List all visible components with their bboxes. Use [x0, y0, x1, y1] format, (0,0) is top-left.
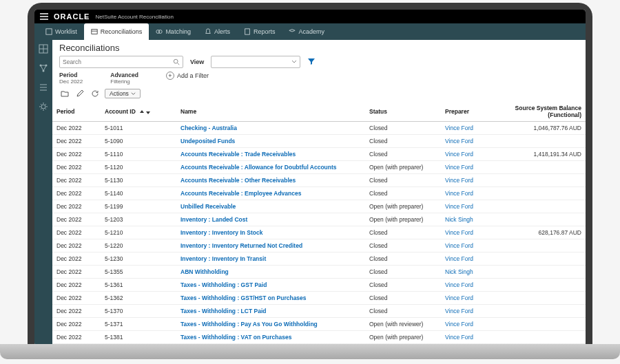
cell-balance [496, 331, 586, 344]
laptop-frame: ORACLE NetSuite Account Reconciliation W… [28, 3, 592, 345]
cell-preparer-link[interactable]: Vince Ford [441, 200, 496, 213]
cell-name-link[interactable]: Accounts Receivable : Allowance for Doub… [176, 161, 365, 174]
reconciliations-table: Period Account ID Name Status [52, 102, 586, 345]
col-balance[interactable]: Source System Balance (Functional) [496, 102, 586, 122]
cell-period: Dec 2022 [52, 174, 101, 187]
cell-preparer-link[interactable]: Vince Ford [441, 148, 496, 161]
table-row[interactable]: Dec 20225-1130Accounts Receivable : Othe… [52, 174, 586, 187]
cell-name-link[interactable]: Taxes - Withholding : Pay As You Go With… [176, 318, 365, 331]
cell-preparer-link[interactable]: Vince Ford [441, 239, 496, 253]
cell-preparer-link[interactable]: Vince Ford [441, 344, 496, 346]
cell-preparer-link[interactable]: Vince Ford [441, 292, 496, 305]
cell-account: 5-1090 [101, 135, 176, 148]
table-row[interactable]: Dec 20225-1199Unbilled ReceivableOpen (w… [52, 200, 586, 213]
col-status[interactable]: Status [365, 102, 441, 122]
cell-name-link[interactable]: Inventory : Inventory In Stock [176, 226, 365, 239]
cell-account: 5-1203 [101, 213, 176, 226]
cell-account: 5-1210 [101, 226, 176, 239]
rail-grid-icon[interactable] [39, 44, 48, 54]
col-account-id[interactable]: Account ID [101, 102, 176, 122]
cell-name-link[interactable]: Accounts Receivable : Other Receivables [176, 174, 365, 187]
table-row[interactable]: Dec 20225-1220Inventory : Inventory Retu… [52, 239, 586, 253]
cell-name-link[interactable]: Inventory : Inventory Returned Not Credi… [176, 239, 365, 253]
cell-name-link[interactable]: Taxes - Withholding : GST Paid [176, 279, 365, 292]
cell-preparer-link[interactable]: Vince Ford [441, 318, 496, 331]
cell-status: Closed [365, 292, 441, 305]
cell-account: 5-1199 [101, 200, 176, 213]
cell-preparer-link[interactable]: Vince Ford [441, 253, 496, 266]
add-filter-button[interactable]: + Add a Filter [166, 72, 209, 80]
nav-reconciliations[interactable]: Reconciliations [84, 23, 149, 40]
table-row[interactable]: Dec 20225-1203Inventory : Landed CostOpe… [52, 213, 586, 226]
nav-alerts[interactable]: Alerts [198, 23, 237, 40]
cell-balance [496, 200, 586, 213]
rail-list-icon[interactable] [39, 83, 48, 92]
col-period[interactable]: Period [52, 102, 101, 122]
table-row[interactable]: Dec 20225-1120Accounts Receivable : Allo… [52, 161, 586, 174]
cell-name-link[interactable]: Undeposited Funds [176, 135, 365, 148]
cell-preparer-link[interactable]: Vince Ford [441, 122, 496, 135]
cell-name-link[interactable]: Checking - Australia [176, 122, 365, 135]
cell-preparer-link[interactable]: Vince Ford [441, 279, 496, 292]
cell-status: Open (with preparer) [365, 161, 441, 174]
toolbar-refresh-icon[interactable] [90, 88, 101, 99]
cell-preparer-link[interactable]: Nick Singh [441, 266, 496, 279]
table-row[interactable]: Dec 20225-1355ABN WithholdingClosedNick … [52, 266, 586, 279]
table-wrap[interactable]: Period Account ID Name Status [52, 102, 586, 345]
cell-status: Closed [365, 266, 441, 279]
nav-reports[interactable]: Reports [237, 23, 282, 40]
nav-worklist[interactable]: Worklist [39, 23, 84, 40]
cell-name-link[interactable]: Inventory : Landed Cost [176, 213, 365, 226]
filter-icon[interactable] [307, 57, 316, 67]
cell-account: 5-1370 [101, 305, 176, 318]
table-row[interactable]: Dec 20225-1371Taxes - Withholding : Pay … [52, 318, 586, 331]
table-row[interactable]: Dec 20225-1140Accounts Receivable : Empl… [52, 187, 586, 200]
rail-gear-icon[interactable] [39, 102, 48, 111]
table-row[interactable]: Dec 20225-1362Taxes - Withholding : GST/… [52, 292, 586, 305]
actions-dropdown[interactable]: Actions [105, 89, 141, 98]
table-row[interactable]: Dec 20225-1370Taxes - Withholding : LCT … [52, 305, 586, 318]
cell-preparer-link[interactable]: Vince Ford [441, 187, 496, 200]
cell-name-link[interactable]: Taxes - Withholding : LCT Paid [176, 305, 365, 318]
cell-preparer-link[interactable]: Vince Ford [441, 174, 496, 187]
cell-status: Closed [365, 279, 441, 292]
cell-name-link[interactable]: Taxes - Withholding : WET Paid [176, 344, 365, 346]
view-select[interactable] [211, 56, 300, 68]
cell-name-link[interactable]: Taxes - Withholding : GST/HST on Purchas… [176, 292, 365, 305]
cell-preparer-link[interactable]: Vince Ford [441, 161, 496, 174]
rail-nodes-icon[interactable] [39, 63, 48, 73]
search-input[interactable] [63, 58, 173, 65]
cell-name-link[interactable]: ABN Withholding [176, 266, 365, 279]
cell-name-link[interactable]: Accounts Receivable : Employee Advances [176, 187, 365, 200]
cell-name-link[interactable]: Unbilled Receivable [176, 200, 365, 213]
cell-preparer-link[interactable]: Nick Singh [441, 213, 496, 226]
nav-matching[interactable]: Matching [149, 23, 198, 40]
cell-preparer-link[interactable]: Vince Ford [441, 135, 496, 148]
toolbar-edit-icon[interactable] [74, 88, 85, 99]
cell-preparer-link[interactable]: Vince Ford [441, 305, 496, 318]
search-box[interactable] [59, 56, 183, 68]
cell-name-link[interactable]: Inventory : Inventory In Transit [176, 253, 365, 266]
col-preparer[interactable]: Preparer [441, 102, 496, 122]
table-row[interactable]: Dec 20225-1011Checking - AustraliaClosed… [52, 122, 586, 135]
cell-preparer-link[interactable]: Vince Ford [441, 226, 496, 239]
table-row[interactable]: Dec 20225-1110Accounts Receivable : Trad… [52, 148, 586, 161]
menu-icon[interactable] [40, 13, 48, 20]
cell-name-link[interactable]: Taxes - Withholding : VAT on Purchases [176, 331, 365, 344]
col-name[interactable]: Name [176, 102, 365, 122]
cell-preparer-link[interactable]: Vince Ford [441, 331, 496, 344]
filter-advanced[interactable]: Advanced Filtering [110, 72, 138, 85]
nav-academy[interactable]: Academy [282, 23, 331, 40]
add-filter-label: Add a Filter [177, 72, 209, 79]
table-row[interactable]: Dec 20225-1381Taxes - Withholding : VAT … [52, 331, 586, 344]
table-row[interactable]: Dec 20225-1210Inventory : Inventory In S… [52, 226, 586, 239]
toolbar-folder-icon[interactable] [59, 88, 70, 99]
cell-status: Open (with preparer) [365, 331, 441, 344]
table-row[interactable]: Dec 20225-1090Undeposited FundsClosedVin… [52, 135, 586, 148]
cell-balance [496, 305, 586, 318]
table-row[interactable]: Dec 20225-1383Taxes - Withholding : WET … [52, 344, 586, 346]
table-row[interactable]: Dec 20225-1361Taxes - Withholding : GST … [52, 279, 586, 292]
cell-name-link[interactable]: Accounts Receivable : Trade Receivables [176, 148, 365, 161]
filter-period[interactable]: Period Dec 2022 [59, 72, 83, 85]
table-row[interactable]: Dec 20225-1230Inventory : Inventory In T… [52, 253, 586, 266]
